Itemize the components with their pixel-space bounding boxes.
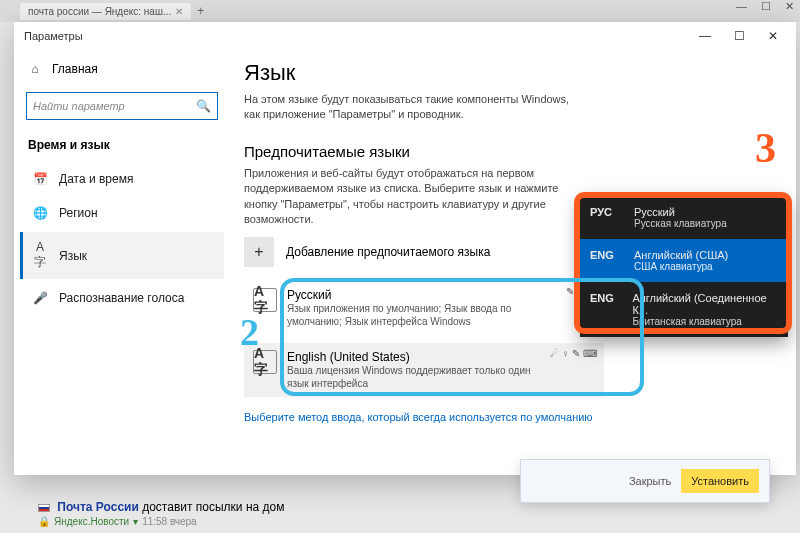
window-close-button[interactable]: ✕ — [756, 29, 790, 43]
news-headline-bold: Почта России — [57, 500, 139, 514]
sidebar-item-label: Язык — [59, 249, 87, 263]
ime-option-russian[interactable]: РУС Русский Русская клавиатура — [580, 196, 788, 239]
ime-code: ENG — [590, 292, 622, 304]
toast-close-button[interactable]: Закрыть — [629, 475, 671, 487]
sidebar-home-label: Главная — [52, 62, 98, 76]
ime-code: РУС — [590, 206, 624, 218]
close-icon[interactable]: ✕ — [785, 0, 794, 13]
ime-language: Английский (Соединенное К... — [632, 292, 778, 316]
default-input-method-link[interactable]: Выберите метод ввода, который всегда исп… — [244, 411, 593, 423]
language-subtitle: Ваша лицензия Windows поддерживает тольк… — [287, 364, 547, 390]
ime-code: ENG — [590, 249, 624, 261]
window-minimize-button[interactable]: — — [688, 29, 722, 43]
sidebar-item-label: Регион — [59, 206, 98, 220]
ime-keyboard: США клавиатура — [634, 261, 728, 272]
close-tab-icon[interactable]: ✕ — [175, 6, 183, 17]
annotation-number-3: 3 — [755, 124, 776, 172]
sidebar-item-label: Дата и время — [59, 172, 133, 186]
page-title: Язык — [244, 60, 774, 86]
ime-language: Английский (США) — [634, 249, 728, 261]
calendar-icon: 📅 — [33, 172, 47, 186]
news-source: Яндекс.Новости — [54, 516, 129, 527]
window-maximize-button[interactable]: ☐ — [722, 29, 756, 43]
search-icon: 🔍 — [196, 99, 211, 113]
ime-keyboard: Русская клавиатура — [634, 218, 727, 229]
tab-title: почта россии — Яндекс: наш... — [28, 6, 171, 17]
ime-option-english-uk[interactable]: ENG Английский (Соединенное К... Британс… — [580, 282, 788, 337]
language-name: Русский — [287, 288, 547, 302]
home-icon: ⌂ — [28, 62, 42, 76]
language-subtitle: Язык приложения по умолчанию; Язык ввода… — [287, 302, 547, 328]
news-headline-rest: доставит посылки на дом — [139, 500, 285, 514]
sidebar-item-language[interactable]: A字 Язык — [20, 232, 224, 279]
news-time: 11:58 вчера — [142, 516, 197, 527]
news-snippet[interactable]: Почта России доставит посылки на дом 🔒 Я… — [38, 500, 284, 527]
preferred-languages-desc: Приложения и веб-сайты будут отображатьс… — [244, 166, 584, 228]
sidebar-home[interactable]: ⌂ Главная — [20, 56, 224, 82]
sidebar-item-date-time[interactable]: 📅 Дата и время — [20, 164, 224, 194]
browser-window-controls: — ☐ ✕ — [736, 0, 794, 13]
minimize-icon[interactable]: — — [736, 0, 747, 13]
page-description: На этом языке будут показываться такие к… — [244, 92, 574, 123]
sidebar-section-title: Время и язык — [20, 134, 224, 160]
search-input[interactable] — [33, 100, 196, 112]
russia-flag-icon — [38, 504, 50, 512]
globe-icon: 🌐 — [33, 206, 47, 220]
browser-tabstrip: почта россии — Яндекс: наш... ✕ + — [0, 0, 800, 22]
language-feature-icons: ☄ ♀ ✎ ⌨ — [550, 348, 597, 359]
ime-option-english-us[interactable]: ENG Английский (США) США клавиатура — [580, 239, 788, 282]
sidebar-item-label: Распознавание голоса — [59, 291, 184, 305]
language-card-english-us[interactable]: A字 English (United States) Ваша лицензия… — [244, 343, 604, 397]
language-glyph-icon: A字 — [253, 288, 277, 312]
microphone-icon: 🎤 — [33, 291, 47, 305]
settings-sidebar: ⌂ Главная 🔍 Время и язык 📅 Дата и время … — [14, 50, 234, 475]
maximize-icon[interactable]: ☐ — [761, 0, 771, 13]
language-card-russian[interactable]: A字 Русский Язык приложения по умолчанию;… — [244, 281, 604, 335]
ime-keyboard: Британская клавиатура — [632, 316, 778, 327]
annotation-number-2: 2 — [240, 310, 259, 354]
input-language-flyout: РУС Русский Русская клавиатура ENG Англи… — [580, 196, 788, 337]
browser-tab[interactable]: почта россии — Яндекс: наш... ✕ — [20, 3, 191, 20]
language-icon: A字 — [33, 240, 47, 271]
sidebar-item-speech[interactable]: 🎤 Распознавание голоса — [20, 283, 224, 313]
preferred-languages-heading: Предпочитаемые языки — [244, 143, 774, 160]
toast-install-button[interactable]: Установить — [681, 469, 759, 493]
new-tab-button[interactable]: + — [197, 4, 204, 18]
add-language-label: Добавление предпочитаемого языка — [286, 245, 490, 259]
ime-language: Русский — [634, 206, 727, 218]
plus-icon[interactable]: + — [244, 237, 274, 267]
install-toast: Закрыть Установить — [520, 459, 770, 503]
window-title: Параметры — [24, 30, 83, 42]
sidebar-item-region[interactable]: 🌐 Регион — [20, 198, 224, 228]
settings-search[interactable]: 🔍 — [26, 92, 218, 120]
window-titlebar: Параметры — ☐ ✕ — [14, 22, 796, 50]
language-name: English (United States) — [287, 350, 547, 364]
